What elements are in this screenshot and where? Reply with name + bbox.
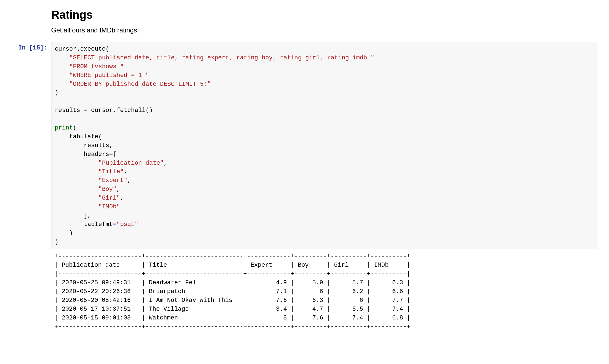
notebook-page: Ratings Get all ours and IMDb ratings. I…: [0, 0, 609, 342]
code-cell: In [15]: cursor.execute( "SELECT publish…: [0, 42, 609, 249]
input-prompt: In [15]:: [0, 42, 51, 249]
code-output-area: +-----------------------+---------------…: [51, 249, 598, 331]
section-title: Ratings: [51, 8, 598, 21]
section-description: Get all ours and IMDb ratings.: [51, 26, 598, 34]
markdown-cell: Ratings Get all ours and IMDb ratings.: [51, 8, 598, 34]
code-input-area[interactable]: cursor.execute( "SELECT published_date, …: [51, 42, 598, 249]
